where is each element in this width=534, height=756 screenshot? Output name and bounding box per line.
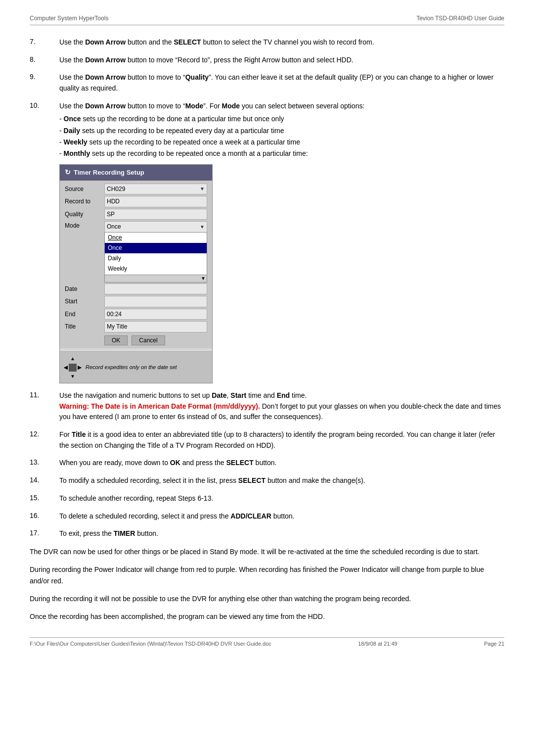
mode-dropdown-container[interactable]: Once ▼ Once Once Daily Weekly — [104, 221, 207, 282]
source-arrow: ▼ — [200, 185, 205, 193]
list-text: For Title it is a good idea to enter an … — [59, 429, 504, 451]
list-item: 7. Use the Down Arrow button and the SEL… — [30, 37, 504, 48]
list-item: 9. Use the Down Arrow button to move to … — [30, 72, 504, 94]
list-number: 15. — [30, 493, 59, 504]
list-text: To modify a scheduled recording, select … — [59, 475, 504, 486]
list-item: 13. When you are ready, move down to OK … — [30, 458, 504, 469]
timer-buttons: OK Cancel — [65, 335, 207, 345]
list-item: 12. For Title it is a good idea to enter… — [30, 429, 504, 451]
list-number: 10. — [30, 101, 59, 383]
nav-center: ◀ ▶ — [64, 364, 82, 372]
bullet-weekly: - Weekly sets up the recording to be rep… — [59, 137, 504, 148]
list-number: 8. — [30, 55, 59, 66]
source-label: Source — [65, 185, 104, 194]
list-item: 16. To delete a scheduled recording, sel… — [30, 511, 504, 522]
date-value[interactable] — [104, 284, 207, 295]
timer-dialog-title-text: Timer Recording Setup — [74, 168, 144, 178]
list-number: 9. — [30, 72, 59, 94]
list-text: Use the Down Arrow button to move “Recor… — [59, 55, 504, 66]
bullet-once: - Once sets up the recording to be done … — [59, 113, 504, 125]
sub-bullets: - Once sets up the recording to be done … — [59, 113, 504, 159]
mode-dropdown-list: Once Once Daily Weekly — [104, 232, 207, 275]
timer-row-mode: Mode Once ▼ Once Once Dail — [65, 221, 207, 282]
list-number: 17. — [30, 528, 59, 539]
source-text: CH029 — [107, 185, 125, 194]
nav-square — [69, 364, 77, 372]
timer-dialog: ↻ Timer Recording Setup Source CH029 ▼ — [59, 164, 213, 383]
end-value[interactable]: 00:24 — [104, 309, 207, 320]
page: Computer System HyperTools Tevion TSD-DR… — [0, 0, 534, 756]
recordto-label: Record to — [65, 197, 104, 206]
ok-button[interactable]: OK — [104, 335, 128, 345]
mode-selected-text: Once — [107, 222, 121, 232]
list-text: To exit, press the TIMER button. — [59, 528, 504, 539]
mode-scroll-arrow[interactable]: ▼ — [104, 275, 207, 283]
timer-row-start: Start — [65, 296, 207, 307]
start-value[interactable] — [104, 296, 207, 307]
list-text: Use the Down Arrow button to move to “Qu… — [59, 72, 504, 94]
mode-label: Mode — [65, 221, 104, 231]
footer-right: Page 21 — [484, 641, 504, 647]
paragraph-3: During the recording it will not be poss… — [30, 593, 504, 604]
timer-dialog-title: ↻ Timer Recording Setup — [60, 165, 212, 181]
bullet-monthly: - Monthly sets up the recording to be re… — [59, 148, 504, 159]
mode-top-row[interactable]: Once ▼ — [104, 221, 207, 232]
mode-option-once-highlight[interactable]: Once — [105, 243, 207, 253]
timer-row-source: Source CH029 ▼ — [65, 184, 207, 195]
paragraph-2: During recording the Power Indicator wil… — [30, 564, 504, 586]
quality-value[interactable]: SP — [104, 209, 207, 220]
down-arrow[interactable]: ▼ — [70, 373, 75, 380]
list-text: Use the Down Arrow button and the SELECT… — [59, 37, 504, 48]
content-area: 7. Use the Down Arrow button and the SEL… — [30, 37, 504, 622]
mode-arrow: ▼ — [200, 223, 205, 231]
list-text: When you are ready, move down to OK and … — [59, 458, 504, 469]
timer-icon: ↻ — [65, 167, 71, 178]
list-text: Use the navigation and numeric buttons t… — [59, 390, 504, 423]
date-label: Date — [65, 284, 104, 294]
timer-row-title: Title My Title — [65, 321, 207, 332]
up-arrow[interactable]: ▲ — [70, 355, 75, 363]
end-label: End — [65, 310, 104, 319]
paragraph-1: The DVR can now be used for other things… — [30, 546, 504, 557]
recordto-value[interactable]: HDD — [104, 196, 207, 207]
bullet-daily: - Daily sets up the recording to be repe… — [59, 125, 504, 137]
mode-option-weekly[interactable]: Weekly — [105, 264, 207, 274]
timer-row-quality: Quality SP — [65, 209, 207, 220]
timer-row-recordto: Record to HDD — [65, 196, 207, 207]
paragraph-4: Once the recording has been accomplished… — [30, 611, 504, 622]
header-left: Computer System HyperTools — [30, 15, 108, 22]
list-item: 17. To exit, press the TIMER button. — [30, 528, 504, 539]
timer-dialog-wrap: ↻ Timer Recording Setup Source CH029 ▼ — [59, 164, 504, 383]
timer-footer-text: Record expedites only on the date set — [86, 363, 177, 372]
list-number: 13. — [30, 458, 59, 469]
list-number: 16. — [30, 511, 59, 522]
left-arrow[interactable]: ◀ — [64, 364, 68, 372]
list-number: 11. — [30, 390, 59, 423]
page-header: Computer System HyperTools Tevion TSD-DR… — [30, 15, 504, 25]
list-number: 7. — [30, 37, 59, 48]
nav-arrows: ▲ ◀ ▶ ▼ — [64, 355, 82, 380]
list-item: 15. To schedule another recording, repea… — [30, 493, 504, 504]
cancel-button[interactable]: Cancel — [132, 335, 165, 345]
timer-dialog-body: Source CH029 ▼ Record to HDD — [60, 181, 212, 349]
title-label: Title — [65, 322, 104, 331]
timer-row-date: Date — [65, 284, 207, 295]
list-item: 11. Use the navigation and numeric butto… — [30, 390, 504, 423]
quality-label: Quality — [65, 210, 104, 219]
timer-row-end: End 00:24 — [65, 309, 207, 320]
page-footer: F:\Our Files\Our Computers\User Guides\T… — [30, 637, 504, 647]
list-number: 12. — [30, 429, 59, 451]
right-arrow[interactable]: ▶ — [78, 364, 82, 372]
list-item: 10. Use the Down Arrow button to move to… — [30, 101, 504, 383]
header-right: Tevion TSD-DR40HD User Guide — [416, 15, 504, 22]
source-value[interactable]: CH029 ▼ — [104, 184, 207, 195]
title-value[interactable]: My Title — [104, 321, 207, 332]
footer-left: F:\Our Files\Our Computers\User Guides\T… — [30, 641, 271, 647]
timer-footer: ▲ ◀ ▶ ▼ Record expedites only on the dat… — [60, 351, 212, 383]
start-label: Start — [65, 297, 104, 306]
mode-option-once-underline[interactable]: Once — [105, 233, 207, 243]
mode-option-daily[interactable]: Daily — [105, 253, 207, 264]
list-text: To delete a scheduled recording, select … — [59, 511, 504, 522]
list-item: 14. To modify a scheduled recording, sel… — [30, 475, 504, 486]
list-text: To schedule another recording, repeat St… — [59, 493, 504, 504]
